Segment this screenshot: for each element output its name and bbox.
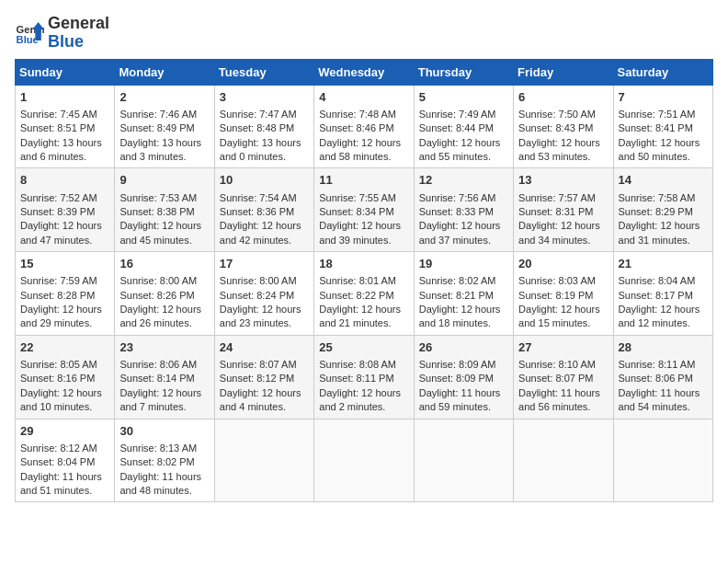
sunrise-text: Sunrise: 7:45 AM — [20, 109, 97, 120]
day-number: 1 — [20, 89, 109, 106]
sunrise-text: Sunrise: 8:10 AM — [518, 359, 596, 370]
sunset-text: Sunset: 8:39 PM — [20, 206, 95, 217]
daylight-text: Daylight: 12 hours and 39 minutes. — [319, 220, 401, 245]
daylight-text: Daylight: 12 hours and 58 minutes. — [319, 137, 401, 162]
daylight-text: Daylight: 11 hours and 51 minutes. — [20, 471, 102, 496]
header-day-thursday: Thursday — [414, 59, 513, 85]
header-day-sunday: Sunday — [16, 59, 115, 85]
sunset-text: Sunset: 8:04 PM — [20, 456, 95, 467]
day-number: 19 — [419, 256, 508, 272]
day-number: 11 — [319, 172, 408, 189]
sunset-text: Sunset: 8:51 PM — [20, 122, 95, 133]
day-number: 5 — [419, 89, 508, 106]
day-number: 28 — [619, 339, 708, 356]
daylight-text: Daylight: 12 hours and 26 minutes. — [119, 304, 201, 328]
day-number: 24 — [220, 339, 309, 356]
day-number: 6 — [518, 89, 608, 106]
day-number: 23 — [119, 339, 209, 356]
day-number: 30 — [119, 423, 209, 440]
sunset-text: Sunset: 8:26 PM — [119, 290, 194, 301]
daylight-text: Daylight: 12 hours and 50 minutes. — [619, 137, 700, 162]
sunrise-text: Sunrise: 8:00 AM — [220, 275, 297, 286]
calendar-cell: 26 Sunrise: 8:09 AM Sunset: 8:09 PM Dayl… — [414, 335, 513, 419]
calendar-cell: 8 Sunrise: 7:52 AM Sunset: 8:39 PM Dayli… — [16, 168, 115, 252]
day-number: 20 — [518, 256, 608, 272]
daylight-text: Daylight: 12 hours and 55 minutes. — [419, 137, 501, 162]
sunset-text: Sunset: 8:07 PM — [518, 373, 593, 384]
sunset-text: Sunset: 8:12 PM — [220, 373, 294, 384]
calendar-cell: 19 Sunrise: 8:02 AM Sunset: 8:21 PM Dayl… — [414, 252, 513, 336]
calendar-cell — [613, 419, 712, 502]
calendar-cell: 29 Sunrise: 8:12 AM Sunset: 8:04 PM Dayl… — [16, 419, 115, 502]
calendar-cell: 2 Sunrise: 7:46 AM Sunset: 8:49 PM Dayli… — [115, 85, 214, 168]
calendar-cell: 1 Sunrise: 7:45 AM Sunset: 8:51 PM Dayli… — [16, 85, 115, 168]
sunrise-text: Sunrise: 7:53 AM — [119, 192, 197, 203]
day-number: 12 — [419, 172, 508, 189]
sunset-text: Sunset: 8:19 PM — [518, 290, 593, 301]
calendar-cell: 17 Sunrise: 8:00 AM Sunset: 8:24 PM Dayl… — [214, 252, 313, 336]
daylight-text: Daylight: 12 hours and 31 minutes. — [619, 220, 700, 245]
day-number: 27 — [518, 339, 608, 356]
daylight-text: Daylight: 12 hours and 12 minutes. — [619, 304, 700, 328]
daylight-text: Daylight: 12 hours and 42 minutes. — [220, 220, 301, 245]
calendar-cell: 25 Sunrise: 8:08 AM Sunset: 8:11 PM Dayl… — [314, 335, 414, 419]
sunrise-text: Sunrise: 7:57 AM — [518, 192, 596, 203]
sunrise-text: Sunrise: 8:11 AM — [619, 359, 696, 370]
week-row-3: 15 Sunrise: 7:59 AM Sunset: 8:28 PM Dayl… — [16, 252, 713, 336]
daylight-text: Daylight: 12 hours and 21 minutes. — [319, 304, 401, 328]
sunrise-text: Sunrise: 8:08 AM — [319, 359, 396, 370]
calendar-cell: 20 Sunrise: 8:03 AM Sunset: 8:19 PM Dayl… — [514, 252, 613, 336]
calendar-table: SundayMondayTuesdayWednesdayThursdayFrid… — [15, 59, 713, 503]
calendar-cell: 7 Sunrise: 7:51 AM Sunset: 8:41 PM Dayli… — [613, 85, 712, 168]
logo-text: General Blue — [48, 15, 109, 52]
week-row-1: 1 Sunrise: 7:45 AM Sunset: 8:51 PM Dayli… — [16, 85, 713, 168]
sunrise-text: Sunrise: 8:00 AM — [119, 275, 197, 286]
week-row-5: 29 Sunrise: 8:12 AM Sunset: 8:04 PM Dayl… — [16, 419, 713, 502]
sunrise-text: Sunrise: 7:55 AM — [319, 192, 396, 203]
day-number: 4 — [319, 89, 408, 106]
header-day-tuesday: Tuesday — [214, 59, 313, 85]
calendar-cell — [314, 419, 414, 502]
sunrise-text: Sunrise: 7:51 AM — [619, 109, 696, 120]
sunset-text: Sunset: 8:44 PM — [419, 122, 494, 133]
daylight-text: Daylight: 13 hours and 3 minutes. — [119, 137, 201, 162]
calendar-cell: 15 Sunrise: 7:59 AM Sunset: 8:28 PM Dayl… — [16, 252, 115, 336]
week-row-4: 22 Sunrise: 8:05 AM Sunset: 8:16 PM Dayl… — [16, 335, 713, 419]
day-number: 25 — [319, 339, 408, 356]
sunrise-text: Sunrise: 7:46 AM — [119, 109, 197, 120]
day-number: 15 — [20, 256, 109, 272]
sunset-text: Sunset: 8:02 PM — [119, 456, 194, 467]
daylight-text: Daylight: 12 hours and 45 minutes. — [119, 220, 201, 245]
sunset-text: Sunset: 8:21 PM — [419, 290, 494, 301]
header-day-saturday: Saturday — [613, 59, 712, 85]
sunset-text: Sunset: 8:17 PM — [619, 290, 693, 301]
sunset-text: Sunset: 8:31 PM — [518, 206, 593, 217]
sunrise-text: Sunrise: 7:58 AM — [619, 192, 696, 203]
day-number: 2 — [119, 89, 209, 106]
calendar-cell — [214, 419, 313, 502]
daylight-text: Daylight: 11 hours and 48 minutes. — [119, 471, 201, 496]
sunset-text: Sunset: 8:46 PM — [319, 122, 393, 133]
calendar-cell: 12 Sunrise: 7:56 AM Sunset: 8:33 PM Dayl… — [414, 168, 513, 252]
sunrise-text: Sunrise: 7:49 AM — [419, 109, 496, 120]
day-number: 29 — [20, 423, 109, 440]
daylight-text: Daylight: 12 hours and 47 minutes. — [20, 220, 102, 245]
calendar-cell: 3 Sunrise: 7:47 AM Sunset: 8:48 PM Dayli… — [214, 85, 313, 168]
sunrise-text: Sunrise: 8:06 AM — [119, 359, 197, 370]
sunrise-text: Sunrise: 8:12 AM — [20, 442, 97, 454]
sunset-text: Sunset: 8:16 PM — [20, 373, 95, 384]
calendar-cell: 14 Sunrise: 7:58 AM Sunset: 8:29 PM Dayl… — [613, 168, 712, 252]
sunset-text: Sunset: 8:36 PM — [220, 206, 294, 217]
calendar-cell: 28 Sunrise: 8:11 AM Sunset: 8:06 PM Dayl… — [613, 335, 712, 419]
daylight-text: Daylight: 12 hours and 34 minutes. — [518, 220, 600, 245]
calendar-cell: 18 Sunrise: 8:01 AM Sunset: 8:22 PM Dayl… — [314, 252, 414, 336]
calendar-cell: 9 Sunrise: 7:53 AM Sunset: 8:38 PM Dayli… — [115, 168, 214, 252]
header-day-monday: Monday — [115, 59, 214, 85]
sunrise-text: Sunrise: 7:50 AM — [518, 109, 596, 120]
sunrise-text: Sunrise: 7:47 AM — [220, 109, 297, 120]
sunset-text: Sunset: 8:41 PM — [619, 122, 693, 133]
daylight-text: Daylight: 13 hours and 0 minutes. — [220, 137, 301, 162]
day-number: 18 — [319, 256, 408, 272]
sunrise-text: Sunrise: 8:01 AM — [319, 275, 396, 286]
svg-text:Blue: Blue — [17, 34, 39, 45]
